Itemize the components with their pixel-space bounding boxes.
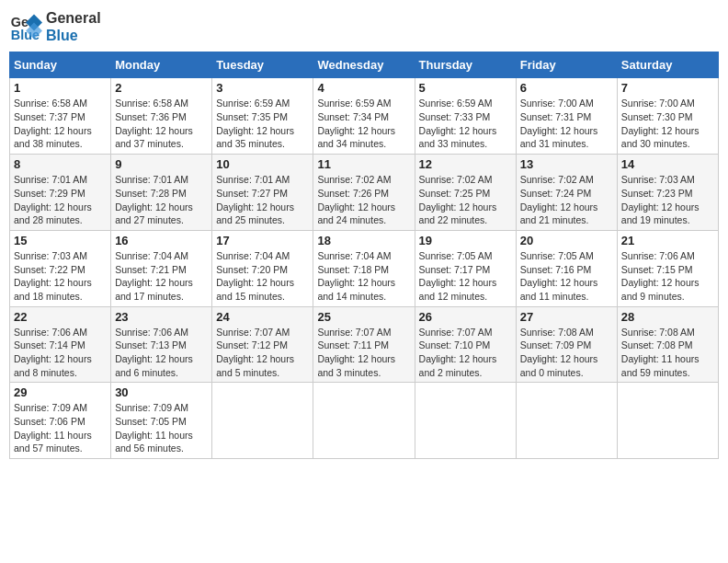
calendar-cell	[313, 383, 415, 459]
calendar-cell: 15Sunrise: 7:03 AMSunset: 7:22 PMDayligh…	[10, 230, 111, 306]
day-number: 14	[621, 157, 714, 171]
calendar-week-4: 22Sunrise: 7:06 AMSunset: 7:14 PMDayligh…	[10, 306, 719, 383]
calendar-cell: 5Sunrise: 6:59 AMSunset: 7:33 PMDaylight…	[415, 78, 516, 155]
day-info: Sunrise: 7:01 AMSunset: 7:27 PMDaylight:…	[216, 173, 309, 227]
day-info: Sunrise: 7:02 AMSunset: 7:26 PMDaylight:…	[317, 173, 410, 227]
day-number: 2	[115, 81, 208, 95]
calendar-cell: 2Sunrise: 6:58 AMSunset: 7:36 PMDaylight…	[111, 78, 212, 155]
day-number: 18	[317, 234, 410, 247]
calendar-header: SundayMondayTuesdayWednesdayThursdayFrid…	[10, 52, 719, 78]
calendar-cell: 16Sunrise: 7:04 AMSunset: 7:21 PMDayligh…	[111, 230, 212, 306]
calendar-table: SundayMondayTuesdayWednesdayThursdayFrid…	[9, 52, 719, 459]
calendar-cell: 21Sunrise: 7:06 AMSunset: 7:15 PMDayligh…	[617, 230, 718, 306]
day-info: Sunrise: 7:00 AMSunset: 7:30 PMDaylight:…	[621, 97, 714, 151]
calendar-week-1: 1Sunrise: 6:58 AMSunset: 7:37 PMDaylight…	[10, 78, 719, 155]
day-info: Sunrise: 6:59 AMSunset: 7:34 PMDaylight:…	[317, 97, 410, 151]
weekday-header-sunday: Sunday	[10, 52, 111, 78]
calendar-cell: 22Sunrise: 7:06 AMSunset: 7:14 PMDayligh…	[10, 306, 111, 383]
day-info: Sunrise: 7:00 AMSunset: 7:31 PMDaylight:…	[520, 97, 613, 151]
day-info: Sunrise: 7:06 AMSunset: 7:14 PMDaylight:…	[14, 326, 107, 380]
day-number: 26	[419, 310, 512, 324]
calendar-cell: 11Sunrise: 7:02 AMSunset: 7:26 PMDayligh…	[313, 155, 415, 231]
day-info: Sunrise: 7:07 AMSunset: 7:12 PMDaylight:…	[216, 326, 309, 380]
logo-icon: Gen Blue	[9, 10, 42, 43]
day-info: Sunrise: 6:59 AMSunset: 7:35 PMDaylight:…	[216, 97, 309, 151]
day-number: 16	[115, 234, 208, 247]
weekday-header-thursday: Thursday	[415, 52, 516, 78]
calendar-cell: 19Sunrise: 7:05 AMSunset: 7:17 PMDayligh…	[415, 230, 516, 306]
day-info: Sunrise: 7:02 AMSunset: 7:24 PMDaylight:…	[520, 173, 613, 227]
day-number: 20	[520, 234, 613, 247]
calendar-cell: 17Sunrise: 7:04 AMSunset: 7:20 PMDayligh…	[212, 230, 313, 306]
calendar-cell: 26Sunrise: 7:07 AMSunset: 7:10 PMDayligh…	[415, 306, 516, 383]
calendar-cell: 14Sunrise: 7:03 AMSunset: 7:23 PMDayligh…	[617, 155, 718, 231]
logo: Gen Blue General Blue	[9, 9, 101, 44]
weekday-header-friday: Friday	[516, 52, 617, 78]
calendar-cell: 27Sunrise: 7:08 AMSunset: 7:09 PMDayligh…	[516, 306, 617, 383]
calendar-cell: 13Sunrise: 7:02 AMSunset: 7:24 PMDayligh…	[516, 155, 617, 231]
day-number: 30	[115, 385, 208, 399]
logo-text-blue: Blue	[46, 27, 101, 44]
day-info: Sunrise: 7:08 AMSunset: 7:08 PMDaylight:…	[621, 326, 714, 380]
day-number: 17	[216, 234, 309, 247]
day-number: 13	[520, 157, 613, 171]
calendar-cell: 3Sunrise: 6:59 AMSunset: 7:35 PMDaylight…	[212, 78, 313, 155]
day-info: Sunrise: 7:06 AMSunset: 7:13 PMDaylight:…	[115, 326, 208, 380]
day-number: 23	[115, 310, 208, 324]
calendar-cell: 10Sunrise: 7:01 AMSunset: 7:27 PMDayligh…	[212, 155, 313, 231]
calendar-cell: 6Sunrise: 7:00 AMSunset: 7:31 PMDaylight…	[516, 78, 617, 155]
calendar-cell: 7Sunrise: 7:00 AMSunset: 7:30 PMDaylight…	[617, 78, 718, 155]
day-number: 9	[115, 157, 208, 171]
calendar-cell	[415, 383, 516, 459]
calendar-cell: 9Sunrise: 7:01 AMSunset: 7:28 PMDaylight…	[111, 155, 212, 231]
day-number: 5	[419, 81, 512, 95]
day-info: Sunrise: 6:58 AMSunset: 7:37 PMDaylight:…	[14, 97, 107, 151]
calendar-cell: 1Sunrise: 6:58 AMSunset: 7:37 PMDaylight…	[10, 78, 111, 155]
day-info: Sunrise: 7:03 AMSunset: 7:22 PMDaylight:…	[14, 249, 107, 304]
day-number: 15	[14, 234, 107, 247]
day-number: 11	[317, 157, 410, 171]
day-number: 6	[520, 81, 613, 95]
day-info: Sunrise: 7:02 AMSunset: 7:25 PMDaylight:…	[419, 173, 512, 227]
day-info: Sunrise: 7:01 AMSunset: 7:28 PMDaylight:…	[115, 173, 208, 227]
calendar-week-2: 8Sunrise: 7:01 AMSunset: 7:29 PMDaylight…	[10, 155, 719, 231]
calendar-cell: 30Sunrise: 7:09 AMSunset: 7:05 PMDayligh…	[111, 383, 212, 459]
day-number: 25	[317, 310, 410, 324]
day-number: 4	[317, 81, 410, 95]
day-info: Sunrise: 7:04 AMSunset: 7:20 PMDaylight:…	[216, 249, 309, 304]
day-number: 22	[14, 310, 107, 324]
calendar-cell: 8Sunrise: 7:01 AMSunset: 7:29 PMDaylight…	[10, 155, 111, 231]
day-number: 29	[14, 385, 107, 399]
day-info: Sunrise: 6:59 AMSunset: 7:33 PMDaylight:…	[419, 97, 512, 151]
calendar-cell: 24Sunrise: 7:07 AMSunset: 7:12 PMDayligh…	[212, 306, 313, 383]
day-info: Sunrise: 6:58 AMSunset: 7:36 PMDaylight:…	[115, 97, 208, 151]
day-number: 24	[216, 310, 309, 324]
calendar-cell: 23Sunrise: 7:06 AMSunset: 7:13 PMDayligh…	[111, 306, 212, 383]
day-number: 21	[621, 234, 714, 247]
day-number: 12	[419, 157, 512, 171]
calendar-cell: 25Sunrise: 7:07 AMSunset: 7:11 PMDayligh…	[313, 306, 415, 383]
day-number: 19	[419, 234, 512, 247]
logo-text-general: General	[46, 9, 101, 27]
weekday-header-wednesday: Wednesday	[313, 52, 415, 78]
calendar-cell: 28Sunrise: 7:08 AMSunset: 7:08 PMDayligh…	[617, 306, 718, 383]
day-info: Sunrise: 7:03 AMSunset: 7:23 PMDaylight:…	[621, 173, 714, 227]
calendar-cell: 18Sunrise: 7:04 AMSunset: 7:18 PMDayligh…	[313, 230, 415, 306]
weekday-header-tuesday: Tuesday	[212, 52, 313, 78]
calendar-cell: 20Sunrise: 7:05 AMSunset: 7:16 PMDayligh…	[516, 230, 617, 306]
day-info: Sunrise: 7:09 AMSunset: 7:05 PMDaylight:…	[115, 401, 208, 455]
day-info: Sunrise: 7:04 AMSunset: 7:18 PMDaylight:…	[317, 249, 410, 304]
calendar-week-5: 29Sunrise: 7:09 AMSunset: 7:06 PMDayligh…	[10, 383, 719, 459]
day-info: Sunrise: 7:07 AMSunset: 7:10 PMDaylight:…	[419, 326, 512, 380]
day-info: Sunrise: 7:04 AMSunset: 7:21 PMDaylight:…	[115, 249, 208, 304]
weekday-header-monday: Monday	[111, 52, 212, 78]
weekday-header-saturday: Saturday	[617, 52, 718, 78]
day-info: Sunrise: 7:05 AMSunset: 7:17 PMDaylight:…	[419, 249, 512, 304]
day-number: 28	[621, 310, 714, 324]
day-info: Sunrise: 7:09 AMSunset: 7:06 PMDaylight:…	[14, 401, 107, 455]
day-number: 10	[216, 157, 309, 171]
day-info: Sunrise: 7:01 AMSunset: 7:29 PMDaylight:…	[14, 173, 107, 227]
page-header: Gen Blue General Blue	[9, 9, 719, 44]
calendar-week-3: 15Sunrise: 7:03 AMSunset: 7:22 PMDayligh…	[10, 230, 719, 306]
day-info: Sunrise: 7:05 AMSunset: 7:16 PMDaylight:…	[520, 249, 613, 304]
